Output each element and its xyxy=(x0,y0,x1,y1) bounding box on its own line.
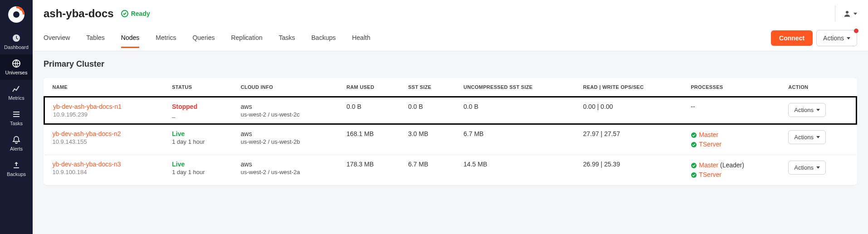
sidebar-item-tasks[interactable]: Tasks xyxy=(0,105,33,131)
leader-label: (Leader) xyxy=(720,161,744,170)
ops: 26.99 | 25.39 xyxy=(575,155,683,185)
ram-used: 168.1 MB xyxy=(338,124,400,155)
master-link[interactable]: Master xyxy=(699,130,718,140)
svg-point-8 xyxy=(846,11,848,14)
alert-dot-icon xyxy=(854,29,858,33)
tab-overview[interactable]: Overview xyxy=(44,29,70,48)
col-cloud: CLOUD INFO xyxy=(233,78,338,97)
ops: 0.00 | 0.00 xyxy=(575,97,683,124)
usst-size: 0.0 B xyxy=(455,97,575,124)
master-link[interactable]: Master xyxy=(699,161,718,170)
tab-health[interactable]: Health xyxy=(352,29,370,48)
actions-dropdown[interactable]: Actions xyxy=(816,30,857,46)
tab-replication[interactable]: Replication xyxy=(231,29,262,48)
sidebar-item-universes[interactable]: Universes xyxy=(0,54,33,80)
chevron-down-icon xyxy=(816,109,820,111)
row-actions-dropdown[interactable]: Actions xyxy=(788,103,826,117)
chevron-down-icon xyxy=(816,166,820,169)
tab-tables[interactable]: Tables xyxy=(86,29,104,48)
sidebar: Dashboard Universes Metrics Tasks Alerts… xyxy=(0,0,33,234)
svg-point-2 xyxy=(13,11,20,18)
chevron-down-icon xyxy=(816,136,820,138)
sidebar-item-metrics[interactable]: Metrics xyxy=(0,80,33,105)
cloud-provider: aws xyxy=(241,130,330,137)
col-usst: UNCOMPRESSED SST SIZE xyxy=(455,78,575,97)
user-menu[interactable] xyxy=(835,5,857,22)
check-circle-icon xyxy=(121,10,128,17)
row-actions-dropdown[interactable]: Actions xyxy=(788,130,826,144)
topbar: ash-yba-docs Ready xyxy=(33,0,868,25)
check-circle-icon xyxy=(691,141,697,148)
uptime: 1 day 1 hour xyxy=(172,138,224,145)
section-title: Primary Cluster xyxy=(44,59,857,69)
processes: Master (Leader) TServer xyxy=(683,155,780,185)
sst-size: 3.0 MB xyxy=(400,124,455,155)
svg-rect-4 xyxy=(13,112,20,112)
usst-size: 14.5 MB xyxy=(455,155,575,185)
tabs-row: Overview Tables Nodes Metrics Queries Re… xyxy=(33,25,868,51)
col-status: STATUS xyxy=(164,78,233,97)
tab-tasks[interactable]: Tasks xyxy=(279,29,295,48)
user-icon xyxy=(843,9,852,18)
col-sst: SST SIZE xyxy=(400,78,455,97)
uptime: 1 day 1 hour xyxy=(172,169,224,176)
node-ip: 10.9.143.155 xyxy=(53,138,156,145)
nodes-table: NAME STATUS CLOUD INFO RAM USED SST SIZE… xyxy=(44,78,857,185)
status-badge: Ready xyxy=(121,10,150,17)
ram-used: 0.0 B xyxy=(338,97,400,124)
sidebar-item-label: Tasks xyxy=(10,121,23,126)
node-ip: 10.9.100.184 xyxy=(53,169,156,176)
node-name-link[interactable]: yb-dev-ash-yba-docs-n1 xyxy=(53,103,156,110)
status-text: Live xyxy=(172,161,224,168)
sidebar-item-label: Metrics xyxy=(8,95,24,101)
col-proc: PROCESSES xyxy=(683,78,780,97)
cloud-provider: aws xyxy=(241,103,330,110)
tab-backups[interactable]: Backups xyxy=(312,29,336,48)
tab-metrics[interactable]: Metrics xyxy=(156,29,176,48)
svg-rect-5 xyxy=(13,114,20,115)
cloud-region: us-west-2 / us-west-2b xyxy=(241,138,330,145)
tab-queries[interactable]: Queries xyxy=(192,29,215,48)
check-circle-icon xyxy=(691,132,697,138)
tserver-link[interactable]: TServer xyxy=(699,170,722,180)
status-text: Live xyxy=(172,130,224,137)
processes: -- xyxy=(683,97,780,124)
ram-used: 178.3 MB xyxy=(338,155,400,185)
sidebar-item-label: Dashboard xyxy=(4,44,29,50)
check-circle-icon xyxy=(691,162,697,169)
node-name-link[interactable]: yb-dev-ash-yba-docs-n2 xyxy=(53,130,156,137)
connect-button[interactable]: Connect xyxy=(771,30,813,46)
col-ops: READ | WRITE OPS/SEC xyxy=(575,78,683,97)
page-title: ash-yba-docs xyxy=(44,7,114,20)
tserver-link[interactable]: TServer xyxy=(699,140,722,149)
processes: Master TServer xyxy=(683,124,780,155)
ops: 27.97 | 27.57 xyxy=(575,124,683,155)
sidebar-item-alerts[interactable]: Alerts xyxy=(0,131,33,156)
table-row: yb-dev-ash-yba-docs-n1 10.9.195.239 Stop… xyxy=(44,97,857,124)
row-actions-dropdown[interactable]: Actions xyxy=(788,161,826,175)
col-ram: RAM USED xyxy=(338,78,400,97)
col-action: ACTION xyxy=(780,78,856,97)
logo xyxy=(5,4,27,25)
svg-point-1 xyxy=(20,8,22,10)
usst-size: 6.7 MB xyxy=(455,124,575,155)
sst-size: 6.7 MB xyxy=(400,155,455,185)
check-circle-icon xyxy=(691,172,697,178)
status-text: Stopped xyxy=(172,103,224,110)
chevron-down-icon xyxy=(853,13,857,15)
chevron-down-icon xyxy=(847,37,850,39)
tab-nodes[interactable]: Nodes xyxy=(121,29,139,48)
sidebar-item-dashboard[interactable]: Dashboard xyxy=(0,29,33,54)
sst-size: 0.0 B xyxy=(400,97,455,124)
col-name: NAME xyxy=(44,78,164,97)
sidebar-item-label: Universes xyxy=(5,70,28,75)
svg-rect-6 xyxy=(13,116,20,117)
cloud-provider: aws xyxy=(241,161,330,168)
sidebar-item-label: Alerts xyxy=(10,146,23,151)
nodes-table-card: NAME STATUS CLOUD INFO RAM USED SST SIZE… xyxy=(44,78,857,185)
table-row: yb-dev-ash-yba-docs-n2 10.9.143.155 Live… xyxy=(44,124,857,155)
table-row: yb-dev-ash-yba-docs-n3 10.9.100.184 Live… xyxy=(44,155,857,185)
node-name-link[interactable]: yb-dev-ash-yba-docs-n3 xyxy=(53,161,156,168)
sidebar-item-backups[interactable]: Backups xyxy=(0,156,33,181)
cloud-region: us-west-2 / us-west-2a xyxy=(241,169,330,176)
